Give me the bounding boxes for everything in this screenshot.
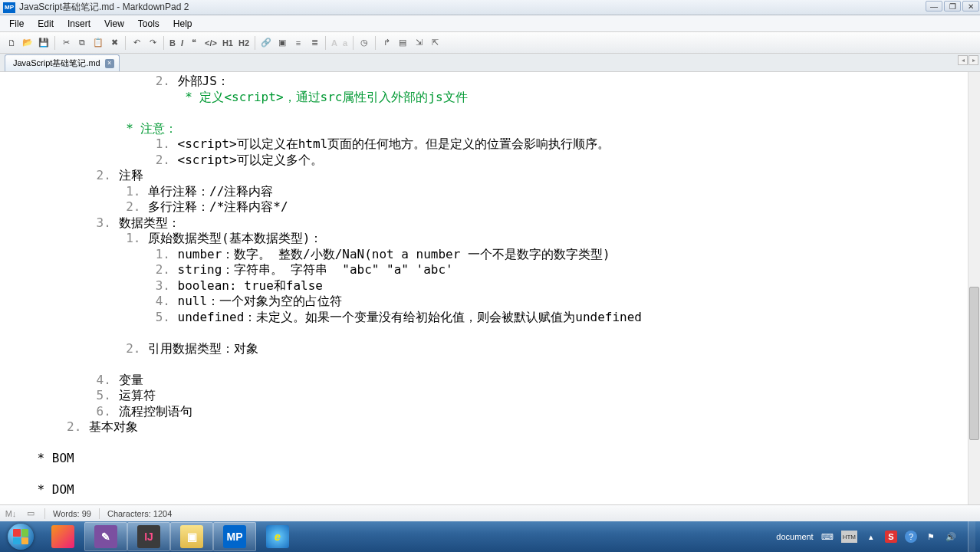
h2-icon[interactable]: H2 (237, 36, 251, 50)
editor-line: 3. 数据类型： (8, 215, 980, 232)
editor-line (8, 325, 980, 341)
menu-file[interactable]: File (3, 16, 30, 31)
htm-icon[interactable]: HTM (841, 531, 857, 543)
editor-line: 2. 外部JS： (8, 74, 980, 90)
minimize-button[interactable]: — (926, 1, 942, 12)
h1-icon[interactable]: H1 (221, 36, 235, 50)
task-item-explorer[interactable]: ▣ (170, 522, 213, 551)
editor-line: 4. 变量 (8, 373, 980, 389)
task-item-editor1[interactable]: ✎ (84, 522, 127, 551)
open-file-icon[interactable]: 📂 (21, 36, 35, 50)
editor-line: 5. undefined：未定义。如果一个变量没有给初始化值，则会被默认赋值为u… (8, 310, 980, 326)
font-name-icon[interactable]: A (330, 36, 339, 50)
editor-line: * DOM (8, 482, 980, 498)
editor-line: 2. 多行注释：/*注释内容*/ (8, 199, 980, 215)
link-icon[interactable]: 🔗 (259, 36, 273, 50)
start-button[interactable] (0, 521, 41, 552)
code-icon[interactable]: </> (203, 36, 219, 50)
editor-line: 2. string：字符串。 字符串 "abc" "a" 'abc' (8, 262, 980, 278)
tabbar: JavaScript基础笔记.md × ◂ ▸ (0, 54, 980, 72)
editor-line: 1. 单行注释：//注释内容 (8, 184, 980, 200)
menubar: FileEditInsertViewToolsHelp (0, 15, 980, 32)
editor-line: 5. 运算符 (8, 388, 980, 404)
tab-close-icon[interactable]: × (105, 59, 114, 68)
chevron-up-icon[interactable]: ▴ (865, 531, 877, 543)
tab-next-button[interactable]: ▸ (968, 55, 978, 65)
scrollbar-thumb[interactable] (969, 287, 979, 440)
editor-line (8, 356, 980, 373)
close-button[interactable]: ✕ (962, 1, 979, 12)
toolbar: 🗋📂💾✂⧉📋✖↶↷BI❝</>H1H2🔗▣≡≣Aa◷↱▤⇲⇱ (0, 32, 980, 54)
toggle-preview-icon[interactable]: ▤ (396, 36, 409, 50)
word-count: Words: 99 (53, 509, 91, 518)
save-icon[interactable]: 💾 (37, 36, 51, 50)
task-item-intellij[interactable]: IJ (127, 522, 170, 551)
new-file-icon[interactable]: 🗋 (5, 36, 18, 50)
italic-icon[interactable]: I (179, 36, 185, 50)
editor-area[interactable]: 2. 外部JS： * 定义<script>，通过src属性引入外部的js文件 *… (0, 72, 980, 506)
bold-icon[interactable]: B (168, 36, 177, 50)
editor-line: 1. <script>可以定义在html页面的任何地方。但是定义的位置会影响执行… (8, 136, 980, 153)
task-item-markdownpad[interactable]: MP (213, 522, 256, 551)
editor-line: * BOM (8, 451, 980, 467)
taskbar: ✎ IJ ▣ MP e document ⌨ HTM ▴ S ? ⚑ 🔊 (0, 521, 980, 552)
editor-line: 2. 注释 (8, 168, 980, 184)
tray-doc-label: document (776, 532, 813, 541)
help-icon[interactable]: ? (905, 531, 917, 543)
show-desktop-button[interactable] (968, 521, 975, 552)
maximize-button[interactable]: ❐ (944, 1, 961, 12)
titlebar: MP JavaScript基础笔记.md - MarkdownPad 2 — ❐… (0, 0, 980, 15)
markdown-icon[interactable]: M↓ (5, 508, 17, 519)
redo-icon[interactable]: ↷ (146, 36, 159, 50)
menu-insert[interactable]: Insert (61, 16, 97, 31)
undo-icon[interactable]: ↶ (130, 36, 143, 50)
system-tray: document ⌨ HTM ▴ S ? ⚑ 🔊 (776, 521, 975, 552)
editor-line: * 定义<script>，通过src属性引入外部的js文件 (8, 90, 980, 106)
tab-label: JavaScript基础笔记.md (13, 58, 100, 69)
font-size-icon[interactable]: a (341, 36, 349, 50)
ol-icon[interactable]: ≣ (307, 36, 321, 50)
paste-icon[interactable]: 📋 (91, 36, 105, 50)
editor-line: 4. null：一个对象为空的占位符 (8, 294, 980, 310)
quote-icon[interactable]: ❝ (187, 36, 201, 50)
task-item-mixer[interactable] (41, 522, 84, 551)
s-icon[interactable]: S (885, 531, 897, 543)
keyboard-icon[interactable]: ⌨ (821, 531, 834, 543)
editor-line: 1. 原始数据类型(基本数据类型)： (8, 231, 980, 247)
book-icon[interactable]: ▭ (25, 508, 37, 519)
timestamp-icon[interactable]: ◷ (357, 36, 371, 50)
editor-line: * 注意： (8, 121, 980, 137)
editor-line: 1. number：数字。 整数/小数/NaN(not a number 一个不… (8, 247, 980, 263)
menu-help[interactable]: Help (167, 16, 199, 31)
menu-view[interactable]: View (98, 16, 130, 31)
menu-edit[interactable]: Edit (31, 16, 60, 31)
browser-preview-icon[interactable]: ↱ (380, 36, 393, 50)
app-icon: MP (3, 2, 15, 13)
editor-line: 2. 基本对象 (8, 419, 980, 435)
statusbar: M↓ ▭ Words: 99 Characters: 1204 (0, 504, 980, 521)
upload-icon[interactable]: ⇱ (428, 36, 442, 50)
editor-line: 2. <script>可以定义多个。 (8, 153, 980, 169)
tab-item[interactable]: JavaScript基础笔记.md × (5, 54, 120, 71)
editor-line: 2. 引用数据类型：对象 (8, 341, 980, 357)
cut-icon[interactable]: ✂ (59, 36, 73, 50)
editor-line (8, 105, 980, 121)
task-item-ie[interactable]: e (256, 522, 299, 551)
delete-icon[interactable]: ✖ (107, 36, 121, 50)
export-icon[interactable]: ⇲ (412, 36, 426, 50)
copy-icon[interactable]: ⧉ (75, 36, 89, 50)
editor-line (8, 467, 980, 483)
action-center-icon[interactable]: ⚑ (925, 531, 937, 543)
window-title: JavaScript基础笔记.md - MarkdownPad 2 (19, 1, 189, 14)
editor-line: 3. boolean: true和false (8, 278, 980, 294)
tab-prev-button[interactable]: ◂ (958, 55, 968, 65)
ul-icon[interactable]: ≡ (291, 36, 305, 50)
volume-icon[interactable]: 🔊 (945, 531, 957, 543)
menu-tools[interactable]: Tools (132, 16, 166, 31)
editor-line (8, 435, 980, 452)
editor-line: 6. 流程控制语句 (8, 404, 980, 420)
char-count: Characters: 1204 (107, 509, 172, 518)
image-icon[interactable]: ▣ (275, 36, 289, 50)
editor-scrollbar[interactable] (968, 72, 980, 506)
